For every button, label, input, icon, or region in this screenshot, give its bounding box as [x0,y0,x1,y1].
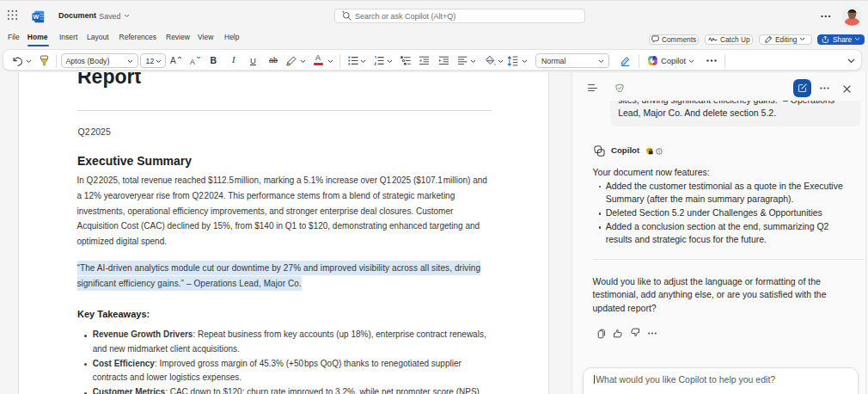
svg-text:W: W [33,13,39,21]
